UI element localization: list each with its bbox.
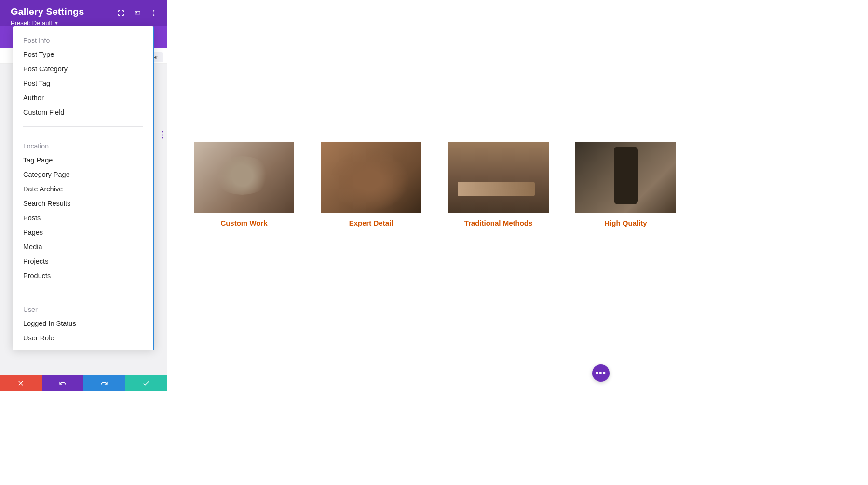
gallery-caption: High Quality xyxy=(604,219,647,227)
gallery-image xyxy=(194,142,294,213)
save-button[interactable] xyxy=(125,375,167,391)
responsive-icon[interactable] xyxy=(133,9,142,17)
focus-icon[interactable] xyxy=(117,9,125,17)
dropdown-item-post-category[interactable]: Post Category xyxy=(13,62,153,76)
redo-icon xyxy=(100,379,108,387)
undo-icon xyxy=(59,379,67,387)
chevron-down-icon: ▼ xyxy=(54,20,59,26)
main-canvas: Custom Work Expert Detail Traditional Me… xyxy=(167,0,868,485)
svg-point-1 xyxy=(153,13,155,14)
dropdown-item-post-tag[interactable]: Post Tag xyxy=(13,76,153,91)
page-settings-fab[interactable]: ••• xyxy=(592,364,610,382)
preset-label: Preset: Default xyxy=(11,19,52,27)
dropdown-item-search-results[interactable]: Search Results xyxy=(13,196,153,211)
svg-point-2 xyxy=(153,14,155,16)
dropdown-item-logged-in-status[interactable]: Logged In Status xyxy=(13,316,153,331)
ellipsis-icon: ••• xyxy=(596,368,606,378)
svg-point-0 xyxy=(153,10,155,12)
gallery-item[interactable]: High Quality xyxy=(575,142,676,227)
dropdown-item-products[interactable]: Products xyxy=(13,269,153,283)
footer-bar xyxy=(0,375,167,391)
dropdown-item-author[interactable]: Author xyxy=(13,91,153,105)
kebab-menu-icon[interactable] xyxy=(149,9,158,17)
gallery-image xyxy=(448,142,549,213)
dropdown-item-tag-page[interactable]: Tag Page xyxy=(13,153,153,167)
dropdown-item-custom-field[interactable]: Custom Field xyxy=(13,105,153,120)
condition-dropdown: Post Info Post Type Post Category Post T… xyxy=(13,26,154,350)
header-icons xyxy=(117,9,158,17)
sidebar-header: Gallery Settings Preset: Default ▼ xyxy=(0,0,167,26)
dropdown-item-pages[interactable]: Pages xyxy=(13,225,153,240)
dropdown-divider xyxy=(23,126,143,127)
dropdown-item-projects[interactable]: Projects xyxy=(13,254,153,269)
dropdown-section-user: User xyxy=(13,297,153,316)
dropdown-item-post-type[interactable]: Post Type xyxy=(13,47,153,62)
panel-kebab-icon[interactable]: ⋮ xyxy=(158,129,167,140)
dropdown-section-location: Location xyxy=(13,134,153,153)
preset-selector[interactable]: Preset: Default ▼ xyxy=(11,19,84,27)
gallery-item[interactable]: Custom Work xyxy=(194,142,294,227)
dropdown-divider xyxy=(23,290,143,290)
gallery-caption: Custom Work xyxy=(220,219,267,227)
redo-button[interactable] xyxy=(83,375,125,391)
module-title: Gallery Settings xyxy=(11,6,84,17)
dropdown-item-category-page[interactable]: Category Page xyxy=(13,167,153,182)
undo-button[interactable] xyxy=(42,375,84,391)
gallery-item[interactable]: Expert Detail xyxy=(321,142,421,227)
close-icon xyxy=(17,379,25,387)
gallery-image xyxy=(575,142,676,213)
dropdown-item-user-role[interactable]: User Role xyxy=(13,331,153,345)
cancel-button[interactable] xyxy=(0,375,42,391)
header-left: Gallery Settings Preset: Default ▼ xyxy=(11,6,84,27)
gallery-image xyxy=(321,142,421,213)
check-icon xyxy=(142,379,150,387)
dropdown-item-media[interactable]: Media xyxy=(13,240,153,254)
gallery-item[interactable]: Traditional Methods xyxy=(448,142,549,227)
dropdown-item-date-archive[interactable]: Date Archive xyxy=(13,182,153,196)
dropdown-item-posts[interactable]: Posts xyxy=(13,211,153,225)
dropdown-section-post-info: Post Info xyxy=(13,26,153,47)
gallery-caption: Expert Detail xyxy=(349,219,393,227)
gallery-module: Custom Work Expert Detail Traditional Me… xyxy=(194,142,839,227)
gallery-caption: Traditional Methods xyxy=(464,219,533,227)
